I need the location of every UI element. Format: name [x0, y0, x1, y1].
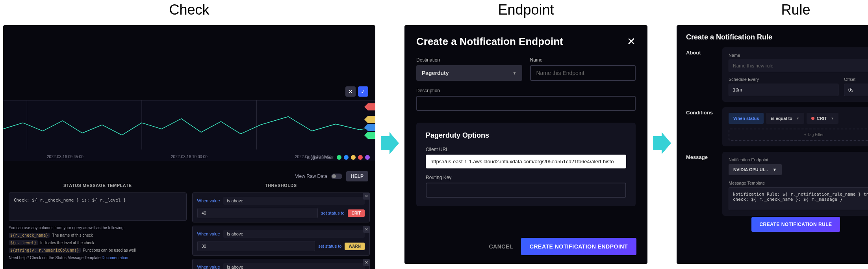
destination-select[interactable]: Pagerduty ▼ — [416, 65, 522, 81]
rule-title: Create a Notification Rule — [686, 33, 772, 41]
options-title: Pagerduty Options — [426, 131, 626, 140]
threshold-flag-info[interactable] — [364, 124, 375, 131]
when-value-label: When value — [197, 232, 220, 236]
rule-name-input[interactable] — [729, 60, 868, 72]
arrow-icon — [381, 132, 399, 156]
threshold-remove-button[interactable]: ✕ — [363, 226, 370, 233]
rule-name-label: Name — [729, 53, 868, 58]
endpoint-select[interactable]: NVIDIA GPU Ut...▼ — [729, 164, 782, 175]
documentation-link[interactable]: Documentation — [102, 256, 128, 260]
description-input[interactable] — [416, 96, 636, 111]
check-cancel-button[interactable]: ✕ — [345, 86, 356, 97]
when-value-label: When value — [197, 265, 220, 269]
chart-line — [3, 100, 375, 149]
marker-eye-crit[interactable] — [358, 155, 363, 160]
chevron-down-icon: ▼ — [513, 71, 517, 75]
threshold-card: ✕ When value is above — [192, 259, 370, 269]
threshold-value-input[interactable] — [197, 208, 318, 218]
marker-eye-unknown[interactable] — [365, 155, 370, 160]
status-template-input[interactable]: Check: ${ r._check_name } is: ${ r._leve… — [9, 192, 187, 221]
toggle-markers: Toggle markers: — [306, 155, 370, 160]
offset-label: Offset — [844, 77, 868, 82]
schedule-input[interactable] — [729, 84, 838, 96]
offset-input[interactable] — [844, 84, 868, 96]
threshold-card: ✕ When value is above set status to WARN — [192, 226, 370, 256]
name-label: Name — [530, 57, 636, 63]
set-status-label: set status to — [321, 211, 344, 215]
schedule-label: Schedule Every — [729, 77, 838, 82]
threshold-remove-button[interactable]: ✕ — [363, 192, 370, 200]
threshold-flag-crit[interactable] — [364, 103, 375, 110]
routing-key-input[interactable] — [426, 183, 626, 198]
marker-eye-warn[interactable] — [351, 155, 356, 160]
set-status-label: set status to — [318, 244, 341, 248]
section-title-endpoint: Endpoint — [498, 2, 554, 18]
message-section: Notification Endpoint NVIDIA GPU Ut...▼ … — [722, 152, 868, 216]
threshold-card: ✕ When value is above set status to CRIT — [192, 192, 370, 222]
endpoint-title: Create a Notification Endpoint — [416, 35, 563, 48]
marker-eye-info[interactable] — [344, 155, 349, 160]
conditions-section: When status is equal to▼ CRIT▼ + Tag Fil… — [722, 107, 868, 146]
status-badge-warn[interactable]: WARN — [345, 243, 365, 250]
destination-label: Destination — [416, 57, 522, 63]
endpoint-name-input[interactable] — [530, 65, 636, 81]
endpoint-panel: Create a Notification Endpoint ✕ Destina… — [404, 25, 647, 264]
check-panel: ✕ ✓ 2022-03-16 09 — [3, 25, 375, 269]
message-label: Message — [686, 152, 715, 216]
section-title-rule: Rule — [781, 2, 810, 18]
help-button[interactable]: HELP — [346, 171, 368, 181]
add-tag-filter-button[interactable]: + Tag Filter — [729, 129, 868, 141]
svg-marker-5 — [653, 132, 671, 154]
when-value-label: When value — [197, 198, 220, 203]
template-hints: You can use any columns from your query … — [9, 224, 187, 262]
operator-select[interactable]: is above — [223, 197, 365, 205]
routing-key-label: Routing Key — [426, 175, 626, 180]
client-url-label: Client URL — [426, 147, 626, 152]
threshold-flag-ok[interactable] — [364, 132, 375, 139]
about-section: Name Schedule Every Offset — [722, 47, 868, 102]
when-status-chip: When status — [729, 113, 764, 124]
pagerduty-options: Pagerduty Options Client URL Routing Key — [416, 123, 636, 206]
create-endpoint-button[interactable]: CREATE NOTIFICATION ENDPOINT — [521, 238, 636, 255]
check-chart: 2022-03-16 09:45:00 2022-03-16 10:00:00 … — [3, 100, 375, 161]
svg-marker-4 — [381, 132, 399, 154]
view-raw-label: View Raw Data — [295, 174, 327, 179]
comparator-select[interactable]: is equal to▼ — [766, 113, 804, 124]
section-title-check: Check — [169, 2, 209, 18]
msg-template-input[interactable]: Notification Rule: ${ r._notification_ru… — [729, 187, 868, 210]
about-label: About — [686, 47, 715, 102]
arrow-icon — [653, 132, 671, 156]
view-raw-toggle[interactable] — [331, 174, 342, 179]
rule-panel: Create a Notification Rule ✕ About Name … — [677, 25, 868, 264]
client-url-input[interactable] — [426, 155, 626, 168]
level-select[interactable]: CRIT▼ — [807, 113, 839, 124]
thresholds-header: THRESHOLDS — [192, 183, 370, 188]
msg-template-label: Message Template — [729, 181, 868, 185]
operator-select[interactable]: is above — [223, 263, 365, 269]
endpoint-select-label: Notification Endpoint — [729, 157, 868, 162]
status-badge-crit[interactable]: CRIT — [348, 209, 365, 217]
threshold-remove-button[interactable]: ✕ — [363, 259, 370, 266]
conditions-label: Conditions — [686, 107, 715, 146]
status-template-header: STATUS MESSAGE TEMPLATE — [9, 183, 187, 188]
create-rule-button[interactable]: CREATE NOTIFICATION RULE — [751, 217, 840, 232]
threshold-flag-warn[interactable] — [364, 116, 375, 123]
operator-select[interactable]: is above — [223, 230, 365, 238]
description-label: Description — [416, 88, 636, 93]
marker-eye-ok[interactable] — [337, 155, 341, 160]
check-confirm-button[interactable]: ✓ — [358, 86, 368, 97]
close-icon[interactable]: ✕ — [627, 35, 636, 48]
cancel-button[interactable]: CANCEL — [489, 243, 513, 250]
threshold-value-input[interactable] — [197, 241, 315, 251]
